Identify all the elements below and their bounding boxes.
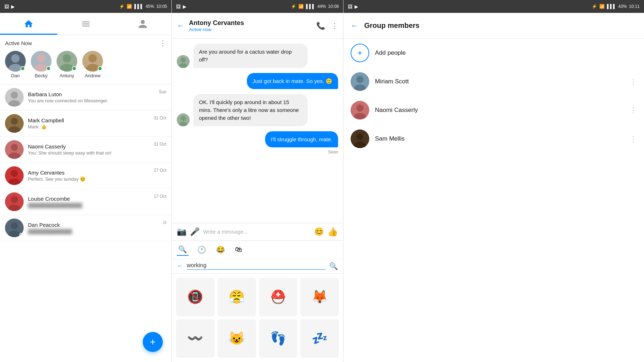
active-user-andrew[interactable]: Andrew — [82, 51, 103, 78]
battery-label-3: 43% — [618, 4, 627, 9]
panel-contacts: 🖼 ▶ ⚡ 📶 ▌▌▌ 45% 10:05 Active Now ⋮ — [0, 0, 172, 362]
active-user-name-andrew: Andrew — [85, 73, 101, 78]
avatar-wrap-dan — [5, 51, 26, 72]
sticker-search-input[interactable] — [187, 262, 326, 270]
sticker-search-back[interactable]: ← — [177, 262, 183, 270]
emoji-icon[interactable]: 😊 — [314, 227, 324, 236]
phone-icon[interactable]: 📞 — [316, 21, 325, 30]
svg-point-6 — [88, 54, 97, 63]
panel-chat: 🖼 ▶ ⚡ 📶 ▌▌▌ 44% 10:08 ← Antony Cervantes… — [172, 0, 343, 362]
contact-item-mark[interactable]: Mark Campbell Mark: 👍 31 Oct — [0, 111, 171, 137]
tab-menu[interactable] — [57, 13, 114, 35]
member-more-naomi[interactable]: ⋮ — [630, 106, 637, 114]
tab-home[interactable] — [0, 13, 57, 35]
active-now-header: Active Now ⋮ — [5, 39, 166, 47]
contact-list: Barbara Luton You are now connected on M… — [0, 84, 171, 362]
add-people-item[interactable]: + Add people — [343, 39, 644, 67]
play-icon-3: ▶ — [355, 4, 358, 9]
member-more-miriam[interactable]: ⋮ — [630, 77, 637, 86]
contact-preview-barbara: You are now connected on Messenger. — [28, 98, 125, 103]
signal-icon-2: ▌▌▌ — [306, 4, 315, 9]
fab-plus-icon: + — [150, 337, 156, 347]
contact-time-mark: 31 Oct — [154, 116, 166, 121]
active-user-antony[interactable]: Antony — [57, 51, 77, 78]
contact-info-mark: Mark Campbell Mark: 👍 — [28, 117, 150, 129]
sticker-5[interactable]: 〰️ — [176, 319, 215, 358]
sticker-7[interactable]: 👣 — [259, 319, 298, 358]
contact-preview-louise: ▓▓▓▓▓▓▓▓▓▓▓▓▓▓▓▓ — [28, 202, 150, 208]
status-left-3: 🖼 ▶ — [348, 4, 358, 9]
wifi-icon-2: 📶 — [298, 4, 304, 9]
contact-time-amy: 27 Oct — [154, 168, 166, 173]
avatar-wrap-becky — [31, 51, 52, 72]
sticker-search-submit-icon[interactable]: 🔍 — [329, 262, 338, 270]
contact-info-barbara: Barbara Luton You are now connected on M… — [28, 91, 155, 103]
avatar-miriam — [351, 72, 369, 91]
sticker-tab-search[interactable]: 🔍 — [177, 244, 189, 256]
sticker-tab-emoji[interactable]: 😂 — [215, 244, 226, 255]
chat-messages: Are you around for a cactus water drop o… — [172, 39, 343, 223]
member-item-sam[interactable]: Sam Mellis ⋮ — [343, 124, 644, 153]
online-dot-dan — [20, 66, 25, 71]
contact-preview-mark: Mark: 👍 — [28, 124, 125, 129]
status-left-icons: 🖼 ▶ — [4, 4, 15, 9]
active-now-more[interactable]: ⋮ — [159, 39, 166, 47]
avatar-wrap-antony — [57, 51, 77, 72]
contact-item-dan-peacock[interactable]: Dan Peacock ▓▓▓▓▓▓▓▓▓▓▓▓▓ ct — [0, 215, 171, 241]
contact-item-barbara[interactable]: Barbara Luton You are now connected on M… — [0, 84, 171, 111]
svg-point-2 — [37, 54, 45, 63]
msg-avatar-antony-2 — [177, 113, 190, 126]
svg-point-30 — [181, 116, 186, 121]
signal-icon-3: ▌▌▌ — [607, 4, 616, 9]
status-right-2: ⚡ 📶 ▌▌▌ 44% 10:08 — [291, 4, 339, 9]
message-input[interactable] — [203, 229, 311, 235]
svg-point-15 — [11, 144, 18, 151]
sticker-3[interactable]: ⛑️ — [259, 278, 298, 317]
contact-name-louise: Louise Crocombe — [28, 196, 150, 202]
msg-bubble-received-1: Are you around for a cactus water drop o… — [193, 44, 308, 68]
svg-point-18 — [11, 170, 18, 177]
microphone-icon[interactable]: 🎤 — [190, 227, 200, 236]
sticker-2[interactable]: 😤 — [218, 278, 256, 317]
status-right-icons: ⚡ 📶 ▌▌▌ 45% 10:05 — [119, 4, 167, 9]
sticker-tab-recent[interactable]: 🕐 — [196, 244, 208, 255]
contact-item-amy[interactable]: Amy Cervantes Perfect. See you sunday 😊 … — [0, 163, 171, 189]
contact-name-mark: Mark Campbell — [28, 117, 150, 123]
member-more-sam[interactable]: ⋮ — [630, 134, 637, 143]
msg-bubble-sent-1: Just got back in mate. So yes. 🙂 — [247, 73, 338, 89]
sticker-tab-pack[interactable]: 🛍 — [234, 244, 244, 255]
sticker-6[interactable]: 😺 — [218, 319, 256, 358]
contact-name-dan-peacock: Dan Peacock — [28, 222, 159, 228]
fab-new-chat[interactable]: + — [143, 332, 163, 352]
group-back-button[interactable]: ← — [351, 21, 358, 30]
contact-item-naomi[interactable]: Naomi Casserly You: She should sleep eas… — [0, 137, 171, 163]
tab-profile[interactable] — [114, 13, 171, 35]
thumbs-up-icon[interactable]: 👍 — [327, 227, 338, 237]
group-members-list: + Add people Miriam Scott ⋮ Naomi Casser… — [343, 39, 644, 362]
active-user-dan[interactable]: Dan — [5, 51, 26, 78]
avatar-naomi — [5, 140, 24, 159]
contact-preview-amy: Perfect. See you sunday 😊 — [28, 176, 125, 182]
status-bar-3: 🖼 ▶ ⚡ 📶 ▌▌▌ 43% 10:11 — [343, 0, 644, 13]
nav-tabs — [0, 13, 171, 35]
chat-back-button[interactable]: ← — [177, 21, 185, 30]
msg-avatar-antony-1 — [177, 55, 190, 68]
svg-point-36 — [356, 104, 364, 112]
avatar-louise — [5, 192, 24, 211]
chat-input-area: 📷 🎤 😊 👍 — [172, 223, 343, 240]
sticker-1[interactable]: 📵 — [176, 278, 215, 317]
signal-icon: ▌▌▌ — [134, 4, 143, 9]
active-user-name-dan: Dan — [11, 73, 20, 78]
sticker-8[interactable]: 💤 — [300, 319, 339, 358]
member-item-naomi[interactable]: Naomi Casserly ⋮ — [343, 96, 644, 124]
camera-icon[interactable]: 📷 — [177, 227, 186, 236]
member-item-miriam[interactable]: Miriam Scott ⋮ — [343, 67, 644, 96]
contact-item-louise[interactable]: Louise Crocombe ▓▓▓▓▓▓▓▓▓▓▓▓▓▓▓▓ 17 Oct — [0, 189, 171, 215]
more-options-icon[interactable]: ⋮ — [331, 21, 338, 30]
svg-point-33 — [356, 76, 364, 83]
sticker-4[interactable]: 🦊 — [300, 278, 339, 317]
sticker-tabs: 🔍 🕐 😂 🛍 — [172, 241, 343, 259]
active-users-list: Dan Becky Anto — [5, 51, 166, 82]
member-name-sam: Sam Mellis — [375, 135, 624, 142]
active-user-becky[interactable]: Becky — [31, 51, 52, 78]
